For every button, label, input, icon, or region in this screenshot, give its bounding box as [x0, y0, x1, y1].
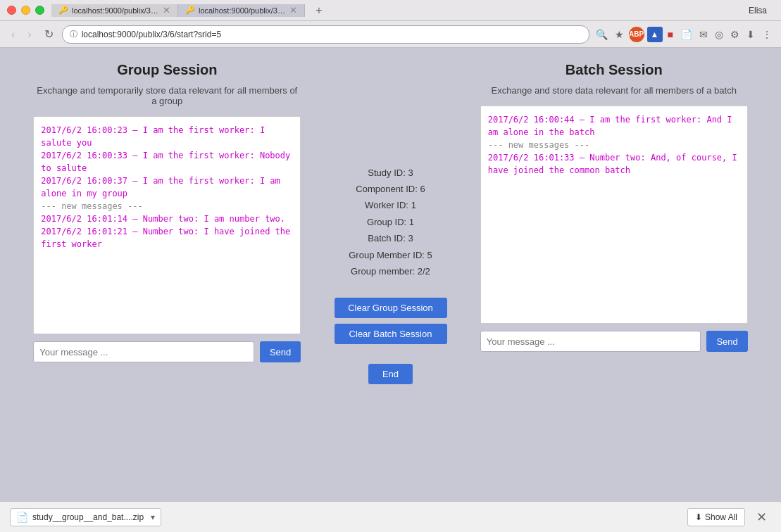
- batch-input-row: Send: [480, 331, 748, 352]
- navbar: ‹ › ↻ ⓘ localhost:9000/publix/3/6/start?…: [0, 21, 781, 48]
- download-dropdown-icon[interactable]: ▾: [151, 512, 155, 522]
- study-id-label: Study ID:: [368, 167, 405, 178]
- menu-icon[interactable]: ⋮: [760, 27, 774, 42]
- close-button[interactable]: [7, 6, 16, 15]
- group-session-subtitle: Exchange and temporarily store data rele…: [33, 85, 301, 106]
- tab-close-1[interactable]: ✕: [163, 5, 170, 15]
- extension-icon-blue[interactable]: ▲: [647, 27, 663, 42]
- batch-msg-1: 2017/6/2 16:00:44 – I am the first worke…: [488, 113, 740, 139]
- page-icon[interactable]: 📄: [678, 27, 694, 42]
- download-file-name: study__group__and_bat....zip: [32, 512, 144, 522]
- lock-icon: ⓘ: [70, 29, 77, 39]
- clear-group-session-button[interactable]: Clear Group Session: [335, 298, 447, 318]
- group-member-id-row: Group Member ID: 5: [349, 247, 432, 263]
- url-text: localhost:9000/publix/3/6/start?srid=5: [82, 30, 582, 39]
- user-label: Elisa: [749, 6, 774, 15]
- adblock-icon[interactable]: ABP: [629, 27, 644, 42]
- settings-icon[interactable]: ⚙: [728, 27, 742, 42]
- titlebar: 🔑 localhost:9000/publix/3/6/sta... ✕ 🔑 l…: [0, 0, 781, 21]
- group-message-input[interactable]: [33, 341, 254, 362]
- batch-session-title: Batch Session: [566, 62, 663, 78]
- group-separator-1: --- new messages ---: [41, 200, 293, 213]
- worker-id-row: Worker ID: 1: [349, 197, 432, 213]
- show-all-icon: ⬇: [695, 512, 702, 522]
- download-bar-close-button[interactable]: ✕: [752, 507, 771, 528]
- group-msg-2: 2017/6/2 16:00:33 – I am the first worke…: [41, 149, 293, 175]
- download-bar: 📄 study__group__and_bat....zip ▾ ⬇ Show …: [0, 501, 781, 532]
- batch-id-label: Batch ID:: [368, 233, 405, 243]
- worker-id-value: 1: [411, 200, 416, 210]
- group-session-panel: Group Session Exchange and temporarily s…: [14, 62, 320, 487]
- traffic-lights: [7, 6, 44, 15]
- group-msg-5: 2017/6/2 16:01:21 – Number two: I have j…: [41, 225, 293, 251]
- worker-id-label: Worker ID:: [365, 200, 408, 210]
- center-panel: Study ID: 3 Component ID: 6 Worker ID: 1…: [320, 62, 461, 487]
- group-session-messages: 2017/6/2 16:00:23 – I am the first worke…: [33, 116, 301, 334]
- download-item[interactable]: 📄 study__group__and_bat....zip ▾: [10, 508, 161, 526]
- tab-favicon-2: 🔑: [185, 6, 195, 15]
- group-msg-4: 2017/6/2 16:01:14 – Number two: I am num…: [41, 213, 293, 225]
- tab-title-2: localhost:9000/publix/3/6/sta...: [199, 6, 286, 15]
- end-button[interactable]: End: [368, 364, 413, 384]
- batch-session-messages: 2017/6/2 16:00:44 – I am the first worke…: [480, 106, 748, 324]
- batch-message-input[interactable]: [480, 331, 701, 352]
- group-member-id-label: Group Member ID:: [349, 250, 425, 260]
- group-send-button[interactable]: Send: [260, 341, 301, 362]
- nav-icons-right: 🔍 ★ ABP ▲ ■ 📄 ✉ ◎ ⚙ ⬇ ⋮: [594, 27, 774, 42]
- study-id-row: Study ID: 3: [349, 165, 432, 181]
- group-id-label: Group ID:: [367, 217, 406, 227]
- tab-1[interactable]: 🔑 localhost:9000/publix/3/6/sta... ✕: [51, 4, 178, 17]
- component-id-row: Component ID: 6: [349, 181, 432, 197]
- show-all-label: Show All: [705, 512, 737, 522]
- group-member-id-value: 5: [427, 250, 432, 260]
- group-msg-1: 2017/6/2 16:00:23 – I am the first worke…: [41, 124, 293, 149]
- mail-icon[interactable]: ✉: [697, 27, 710, 42]
- extension-icon-red[interactable]: ■: [666, 27, 675, 42]
- component-id-value: 6: [420, 184, 425, 194]
- clear-batch-session-button[interactable]: Clear Batch Session: [335, 324, 447, 344]
- minimize-button[interactable]: [21, 6, 30, 15]
- study-id-value: 3: [408, 167, 413, 178]
- group-member-row: Group member: 2/2: [349, 263, 432, 279]
- bookmark-icon[interactable]: ★: [613, 27, 626, 42]
- refresh-button[interactable]: ↻: [40, 25, 58, 44]
- tab-close-2[interactable]: ✕: [289, 5, 297, 15]
- batch-id-row: Batch ID: 3: [349, 230, 432, 246]
- maximize-button[interactable]: [35, 6, 44, 15]
- circle-icon[interactable]: ◎: [713, 27, 725, 42]
- group-input-row: Send: [33, 341, 301, 362]
- search-icon[interactable]: 🔍: [594, 27, 610, 42]
- content: Group Session Exchange and temporarily s…: [0, 48, 781, 532]
- tabs-bar: 🔑 localhost:9000/publix/3/6/sta... ✕ 🔑 l…: [51, 4, 749, 17]
- forward-button[interactable]: ›: [23, 25, 35, 44]
- tab-favicon-1: 🔑: [58, 6, 68, 15]
- group-member-value: 2/2: [418, 266, 430, 277]
- group-member-label: Group member:: [351, 266, 415, 277]
- info-table: Study ID: 3 Component ID: 6 Worker ID: 1…: [349, 165, 432, 280]
- new-tab-button[interactable]: +: [305, 4, 333, 17]
- group-id-value: 1: [409, 217, 414, 227]
- batch-session-panel: Batch Session Exchange and store data re…: [461, 62, 768, 487]
- batch-separator-1: --- new messages ---: [488, 139, 740, 151]
- tab-title-1: localhost:9000/publix/3/6/sta...: [72, 6, 159, 15]
- component-id-label: Component ID:: [356, 184, 417, 194]
- group-session-title: Group Session: [117, 62, 217, 78]
- download-icon[interactable]: ⬇: [744, 27, 757, 42]
- address-bar[interactable]: ⓘ localhost:9000/publix/3/6/start?srid=5: [62, 25, 589, 44]
- group-msg-3: 2017/6/2 16:00:37 – I am the first worke…: [41, 175, 293, 200]
- group-id-row: Group ID: 1: [349, 214, 432, 230]
- main-area: Group Session Exchange and temporarily s…: [0, 48, 781, 501]
- batch-session-subtitle: Exchange and store data relevant for all…: [492, 85, 737, 96]
- download-file-icon: 📄: [16, 512, 28, 523]
- batch-id-value: 3: [408, 233, 413, 243]
- tab-2[interactable]: 🔑 localhost:9000/publix/3/6/sta... ✕: [178, 4, 305, 17]
- back-button[interactable]: ‹: [7, 25, 19, 44]
- show-all-button[interactable]: ⬇ Show All: [687, 508, 745, 526]
- batch-send-button[interactable]: Send: [706, 331, 747, 352]
- batch-msg-2: 2017/6/2 16:01:33 – Number two: And, of …: [488, 151, 740, 177]
